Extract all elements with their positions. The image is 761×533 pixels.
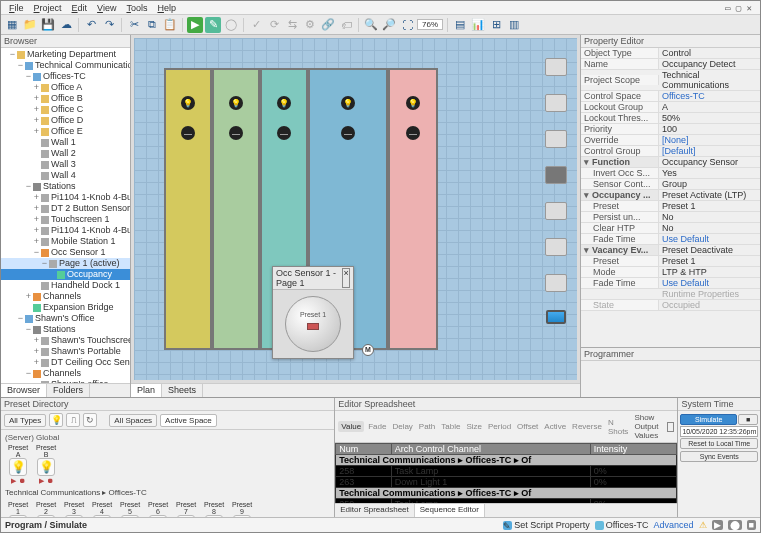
seq-filter-icon[interactable]: ⎍ [66, 413, 80, 427]
col-offset[interactable]: Offset [515, 422, 540, 431]
all-types-btn[interactable]: All Types [4, 414, 46, 427]
chart-icon[interactable]: 📊 [470, 17, 486, 33]
property-row[interactable]: Fade TimeUse Default [581, 278, 760, 289]
tab-plan[interactable]: Plan [131, 384, 162, 397]
new-icon[interactable]: ▦ [4, 17, 20, 33]
tree-node[interactable]: +DT 2 Button Sensor 1 [1, 203, 130, 214]
property-row[interactable]: Control Group[Default] [581, 146, 760, 157]
property-grid[interactable]: Object TypeControlNameOccupancy DetectPr… [581, 48, 760, 347]
menu-edit[interactable]: Edit [68, 3, 92, 13]
light-fixture-icon[interactable]: 💡 [181, 96, 195, 110]
refresh-icon[interactable]: ⟳ [266, 17, 282, 33]
tree-node[interactable]: +Office E [1, 126, 130, 137]
tag-icon[interactable]: 🏷 [338, 17, 354, 33]
close-icon[interactable]: × [342, 268, 350, 288]
col-table[interactable]: Table [439, 422, 462, 431]
marker-badge[interactable]: M [362, 344, 374, 356]
check-icon[interactable]: ✓ [248, 17, 264, 33]
property-row[interactable]: Persist un...No [581, 212, 760, 223]
set-script-property[interactable]: ✎Set Script Property [503, 520, 590, 530]
bulb-filter-icon[interactable]: 💡 [49, 413, 63, 427]
property-row[interactable]: ▾Vacancy Ev...Preset Deactivate [581, 245, 760, 256]
cut-icon[interactable]: ✂ [126, 17, 142, 33]
stop-sim-button[interactable]: ■ [738, 414, 758, 425]
menu-view[interactable]: View [93, 3, 120, 13]
mobile-icon[interactable] [545, 238, 567, 256]
printer-icon[interactable] [545, 58, 567, 76]
cloud-icon[interactable]: ☁ [58, 17, 74, 33]
property-row[interactable]: StateOccupied [581, 300, 760, 311]
tree-node[interactable]: +Pi1104 1-Knob 4-But [1, 225, 130, 236]
show-output-values[interactable]: Show Output Values [632, 413, 663, 440]
tab-folders[interactable]: Folders [47, 384, 90, 397]
all-spaces-btn[interactable]: All Spaces [109, 414, 157, 427]
tree-node[interactable]: −Stations [1, 324, 130, 335]
tree-node[interactable]: −Shawn's Office [1, 313, 130, 324]
tree-node[interactable]: −Stations [1, 181, 130, 192]
property-row[interactable]: Project ScopeTechnical Communications [581, 70, 760, 91]
col-n shots[interactable]: N Shots [606, 418, 630, 436]
tree-node[interactable]: Handheld Dock 1 [1, 280, 130, 291]
station-icon[interactable]: ▥ [506, 17, 522, 33]
property-row[interactable]: Priority100 [581, 124, 760, 135]
property-row[interactable]: Invert Occ S...Yes [581, 168, 760, 179]
tab-sequence-editor[interactable]: Sequence Editor [415, 504, 485, 517]
property-row[interactable]: ▾Occupancy ...Preset Activate (LTP) [581, 190, 760, 201]
tree-node[interactable]: Wall 4 [1, 170, 130, 181]
tab-sheets[interactable]: Sheets [162, 384, 203, 397]
dock-icon[interactable] [545, 202, 567, 220]
col-fade[interactable]: Fade [366, 422, 388, 431]
tree-node[interactable]: +DT Ceiling Occ Sens [1, 357, 130, 368]
light-fixture-icon[interactable]: 💡 [406, 96, 420, 110]
undo-icon[interactable]: ↶ [83, 17, 99, 33]
datetime-input[interactable] [680, 426, 758, 437]
tree-node[interactable]: −Occ Sensor 1 [1, 247, 130, 258]
open-icon[interactable]: 📁 [22, 17, 38, 33]
tree-node[interactable]: +Touchscreen 1 [1, 214, 130, 225]
property-row[interactable]: Fade TimeUse Default [581, 234, 760, 245]
tree-node[interactable]: −Marketing Department [1, 49, 130, 60]
property-row[interactable]: Control SpaceOffices-TC [581, 91, 760, 102]
property-row[interactable]: ModeLTP & HTP [581, 267, 760, 278]
tree-node[interactable]: Wall 1 [1, 137, 130, 148]
gear-icon[interactable]: ⚙ [302, 17, 318, 33]
circle-fixture-icon[interactable]: — [341, 126, 355, 140]
tree-node[interactable]: +Channels [1, 291, 130, 302]
sync-icon[interactable]: ⇆ [284, 17, 300, 33]
property-row[interactable]: Sensor Cont...Group [581, 179, 760, 190]
zoom-value[interactable]: 76% [417, 19, 443, 30]
property-row[interactable]: Lockout Thres...50% [581, 113, 760, 124]
tree-node[interactable]: Wall 2 [1, 148, 130, 159]
light-fixture-icon[interactable]: 💡 [229, 96, 243, 110]
property-row[interactable]: ▾FunctionOccupancy Sensor [581, 157, 760, 168]
circle-fixture-icon[interactable]: — [277, 126, 291, 140]
circle-fixture-icon[interactable]: — [181, 126, 195, 140]
col-reverse[interactable]: Reverse [570, 422, 604, 431]
browser-tree[interactable]: −Marketing Department−Technical Communic… [1, 48, 130, 383]
property-row[interactable]: NameOccupancy Detect [581, 59, 760, 70]
property-row[interactable]: Override[None] [581, 135, 760, 146]
col-value[interactable]: Value [338, 421, 364, 432]
property-row[interactable]: Object TypeControl [581, 48, 760, 59]
play-status-icon[interactable]: ▶ [712, 520, 723, 530]
status-space[interactable]: Offices-TC [595, 520, 649, 530]
property-row[interactable]: PresetPreset 1 [581, 201, 760, 212]
paste-icon[interactable]: 📋 [162, 17, 178, 33]
col-delay[interactable]: Delay [390, 422, 414, 431]
property-row[interactable]: Lockout GroupA [581, 102, 760, 113]
knob-control[interactable]: Preset 1 [285, 296, 341, 352]
menu-tools[interactable]: Tools [122, 3, 151, 13]
stop-status-icon[interactable]: ■ [747, 520, 756, 530]
active-space-btn[interactable]: Active Space [160, 414, 217, 427]
save-icon[interactable]: 💾 [40, 17, 56, 33]
tree-node[interactable]: Expansion Bridge [1, 302, 130, 313]
circle-fixture-icon[interactable]: — [406, 126, 420, 140]
room-office-a[interactable]: 💡 — [164, 68, 212, 350]
link-icon[interactable]: 🔗 [320, 17, 336, 33]
tree-node[interactable]: Occupancy [1, 269, 130, 280]
phone-icon[interactable] [545, 274, 567, 292]
tree-node[interactable]: +Office A [1, 82, 130, 93]
touchpanel-icon[interactable] [545, 166, 567, 184]
col-size[interactable]: Size [464, 422, 484, 431]
circle-fixture-icon[interactable]: — [229, 126, 243, 140]
